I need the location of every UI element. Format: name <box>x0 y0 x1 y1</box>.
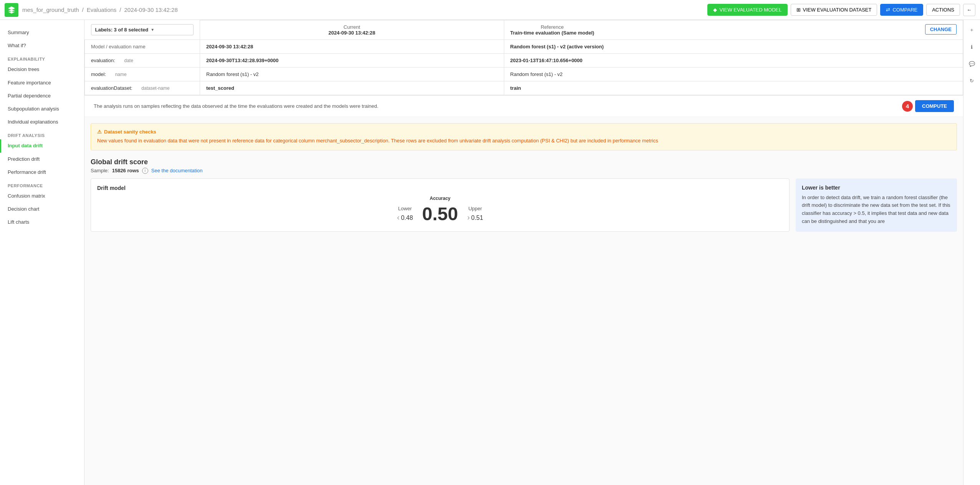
sidebar-section-drift: DRIFT ANALYSIS <box>0 129 84 139</box>
col-current-header: Current 2024-09-30 13:42:28 <box>200 20 504 40</box>
main-accuracy-value: 0.50 <box>422 203 458 224</box>
row-current-2: Random forest (s1) - v2 <box>200 68 504 81</box>
change-button[interactable]: CHANGE <box>925 24 957 35</box>
drift-card: Drift model Accuracy Lower ‹ 0.48 0.50 U… <box>91 178 790 232</box>
chat-icon[interactable]: 💬 <box>967 58 977 69</box>
table-row: model: name Random forest (s1) - v2 Rand… <box>85 68 963 81</box>
view-dataset-button[interactable]: ⊞ VIEW EVALUATION DATASET <box>791 4 877 16</box>
sidebar-section-performance: PERFORMANCE <box>0 179 84 190</box>
breadcrumb-date: 2024-09-30 13:42:28 <box>124 7 178 13</box>
info-right-icon[interactable]: ℹ <box>967 41 977 52</box>
col-reference-name: Train-time evaluation (Same model) <box>510 30 594 36</box>
sidebar-item-input-data-drift[interactable]: Input data drift <box>0 139 84 152</box>
compute-wrap: 4 COMPUTE <box>902 100 954 112</box>
row-label-3: evaluationDataset: dataset-name <box>85 81 200 95</box>
refresh-icon[interactable]: ↻ <box>967 75 977 86</box>
table-row: evaluation: date 2024-09-30T13:42:28.939… <box>85 54 963 68</box>
lower-label: Lower <box>397 206 413 211</box>
breadcrumb-sep2: / <box>119 7 121 13</box>
sidebar-item-summary[interactable]: Summary <box>0 26 84 39</box>
sidebar-item-feature-importance[interactable]: Feature importance <box>0 76 84 89</box>
sidebar: Summary What if? EXPLAINABILITY Decision… <box>0 20 84 485</box>
table-icon: ⊞ <box>796 7 801 13</box>
accuracy-label: Accuracy <box>97 196 783 201</box>
upper-label: Upper <box>467 206 483 211</box>
sidebar-section-explainability: EXPLAINABILITY <box>0 52 84 63</box>
sidebar-item-decision-trees[interactable]: Decision trees <box>0 63 84 76</box>
sidebar-item-confusion-matrix[interactable]: Confusion matrix <box>0 190 84 203</box>
sidebar-item-lift-charts[interactable]: Lift charts <box>0 216 84 229</box>
col-reference-header: Reference Train-time evaluation (Same mo… <box>504 20 963 40</box>
layout: Summary What if? EXPLAINABILITY Decision… <box>0 20 980 485</box>
lower-section: Lower ‹ 0.48 <box>397 206 413 222</box>
labels-select[interactable]: Labels: 3 of 8 selected ▼ <box>91 24 194 35</box>
chevron-down-icon: ▼ <box>151 28 154 32</box>
info-card: Lower is better In order to detect data … <box>796 178 957 232</box>
diamond-icon: ◆ <box>713 7 717 13</box>
accuracy-row: Lower ‹ 0.48 0.50 Upper › 0.51 <box>97 203 783 224</box>
labels-text: Labels: 3 of 8 selected <box>95 27 149 33</box>
col-current-label: Current <box>206 24 498 30</box>
col-current-date: 2024-09-30 13:42:28 <box>206 30 498 36</box>
row-reference-2: Random forest (s1) - v2 <box>504 68 963 81</box>
compare-table: Labels: 3 of 8 selected ▼ Current 2024-0… <box>84 20 963 96</box>
sidebar-item-partial-dependence[interactable]: Partial dependence <box>0 89 84 102</box>
info-icon[interactable]: i <box>142 168 148 174</box>
right-chevron-icon: › <box>467 213 470 221</box>
content-area: Global drift score Sample: 15826 rows i … <box>84 158 963 238</box>
drift-model-title: Drift model <box>97 185 783 191</box>
compare-icon: ⇄ <box>886 7 890 13</box>
row-reference-0: Random forest (s1) - v2 (active version) <box>504 40 963 54</box>
badge-4: 4 <box>902 101 913 112</box>
global-drift-sub: Sample: 15826 rows i See the documentati… <box>91 168 957 174</box>
upper-section: Upper › 0.51 <box>467 206 483 222</box>
warning-box: ⚠ Dataset sanity checks New values found… <box>91 123 957 150</box>
compare-button[interactable]: ⇄ COMPARE <box>880 4 923 16</box>
compute-button[interactable]: COMPUTE <box>915 100 954 112</box>
breadcrumb: mes_for_ground_truth / Evaluations / 202… <box>22 7 704 13</box>
row-current-3: test_scored <box>200 81 504 95</box>
sidebar-item-prediction-drift[interactable]: Prediction drift <box>0 153 84 166</box>
left-chevron-icon: ‹ <box>397 213 400 221</box>
topbar-actions: ◆ VIEW EVALUATED MODEL ⊞ VIEW EVALUATION… <box>707 4 975 16</box>
row-label-1: evaluation: date <box>85 54 200 68</box>
warning-text: New values found in evaluation data that… <box>97 137 950 145</box>
col-reference-label: Reference <box>510 24 594 30</box>
logo <box>5 3 18 17</box>
sidebar-item-subpopulation-analysis[interactable]: Subpopulation analysis <box>0 102 84 115</box>
row-label-0: Model / evaluation name <box>85 40 200 54</box>
table-row: evaluationDataset: dataset-name test_sco… <box>85 81 963 95</box>
analysis-note: The analysis runs on samples reflecting … <box>84 96 963 117</box>
sidebar-item-performance-drift[interactable]: Performance drift <box>0 166 84 179</box>
table-row: Model / evaluation name 2024-09-30 13:42… <box>85 40 963 54</box>
main-accuracy: 0.50 <box>422 203 458 224</box>
back-button[interactable]: ← <box>963 4 975 16</box>
global-drift-title: Global drift score <box>91 158 957 166</box>
sample-rows: 15826 rows <box>112 168 139 173</box>
row-reference-1: 2023-01-13T16:47:10.656+0000 <box>504 54 963 68</box>
doc-link[interactable]: See the documentation <box>151 168 203 173</box>
sample-label: Sample: <box>91 168 109 173</box>
info-card-text: In order to detect data drift, we train … <box>802 194 951 226</box>
warning-title: ⚠ Dataset sanity checks <box>97 129 950 135</box>
row-current-0: 2024-09-30 13:42:28 <box>200 40 504 54</box>
breadcrumb-sep1: / <box>82 7 84 13</box>
row-reference-3: train <box>504 81 963 95</box>
sidebar-item-decision-chart[interactable]: Decision chart <box>0 203 84 216</box>
sidebar-item-whatif[interactable]: What if? <box>0 39 84 52</box>
breadcrumb-project[interactable]: mes_for_ground_truth <box>22 7 79 13</box>
view-model-button[interactable]: ◆ VIEW EVALUATED MODEL <box>707 4 787 16</box>
breadcrumb-section[interactable]: Evaluations <box>87 7 117 13</box>
analysis-note-text: The analysis runs on samples reflecting … <box>94 103 378 109</box>
upper-value: 0.51 <box>471 214 483 221</box>
drift-row: Drift model Accuracy Lower ‹ 0.48 0.50 U… <box>91 178 957 232</box>
main-content: Labels: 3 of 8 selected ▼ Current 2024-0… <box>84 20 963 485</box>
back-icon: ← <box>967 7 972 13</box>
row-current-1: 2024-09-30T13:42:28.939+0000 <box>200 54 504 68</box>
right-icons: ＋ ℹ 💬 ↻ <box>963 20 980 485</box>
sidebar-item-individual-explanations[interactable]: Individual explanations <box>0 115 84 129</box>
lower-value: 0.48 <box>401 214 413 221</box>
info-card-title: Lower is better <box>802 185 951 191</box>
actions-button[interactable]: ACTIONS <box>926 4 960 16</box>
plus-icon[interactable]: ＋ <box>967 25 977 35</box>
